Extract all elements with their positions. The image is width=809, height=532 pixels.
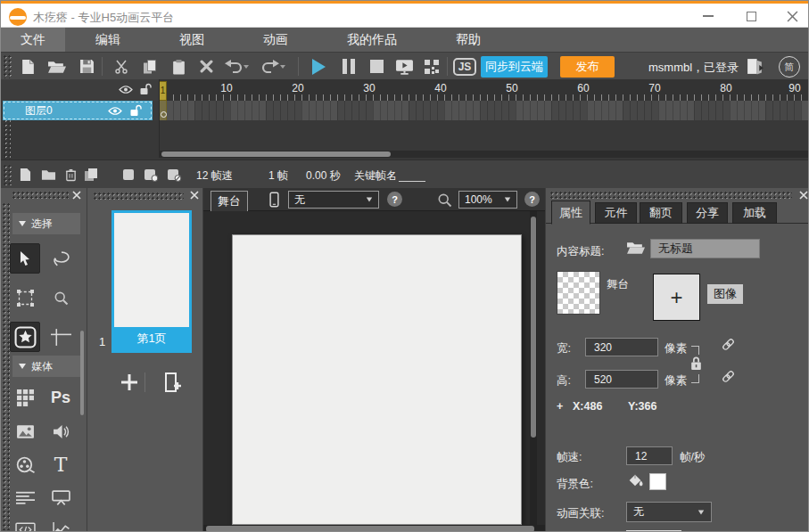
eye-icon[interactable]	[119, 85, 133, 97]
timeline-frames-strip[interactable]	[159, 101, 809, 120]
layer-row-selected[interactable]: 图层0	[3, 101, 153, 120]
stage-hscrollbar[interactable]	[203, 525, 546, 532]
menu-animation[interactable]: 动画	[244, 28, 308, 52]
menu-file[interactable]: 文件	[1, 28, 65, 52]
section-media[interactable]: 媒体	[12, 356, 80, 377]
copy-button[interactable]	[137, 55, 162, 78]
tool-lasso[interactable]	[45, 243, 76, 274]
stop-button[interactable]	[364, 55, 389, 78]
layer-folder-button[interactable]	[38, 166, 58, 184]
paste-button[interactable]	[166, 55, 191, 78]
pages-panel-grip[interactable]	[93, 192, 184, 200]
tab-pageflip[interactable]: 翻页	[640, 202, 682, 224]
tool-guides[interactable]	[45, 322, 76, 352]
tool-video[interactable]	[10, 449, 40, 479]
toolbar-grip[interactable]	[3, 54, 12, 78]
help-icon[interactable]: ?	[524, 192, 540, 207]
menu-help[interactable]: 帮助	[436, 28, 500, 52]
publish-button[interactable]: 发布	[560, 56, 615, 78]
tool-zoom[interactable]	[45, 282, 76, 313]
duplicate-page-button[interactable]	[159, 369, 186, 396]
device-preset-dropdown[interactable]: 无	[288, 191, 379, 209]
tab-loading[interactable]: 加载	[732, 202, 777, 224]
keyframe-add-button[interactable]	[141, 166, 161, 184]
content-title-input[interactable]	[650, 239, 760, 258]
tool-audio[interactable]	[45, 416, 76, 446]
folder-icon[interactable]	[626, 241, 645, 258]
stage-vscrollbar-thumb[interactable]	[531, 217, 536, 438]
menu-my-works[interactable]: 我的作品	[327, 28, 417, 52]
redo-button[interactable]	[258, 55, 283, 78]
image-chip-label[interactable]: 图像	[707, 284, 743, 304]
new-layer-button[interactable]	[15, 166, 35, 184]
tools-scrollbar-thumb[interactable]	[80, 331, 84, 415]
keyframe-name-input[interactable]	[399, 168, 425, 182]
bottom-bar-grip[interactable]	[3, 164, 12, 185]
lock-open-icon[interactable]	[129, 104, 143, 119]
paint-bucket-icon[interactable]	[626, 472, 644, 491]
preview-button[interactable]	[392, 55, 417, 78]
keyframe-marker[interactable]	[161, 111, 167, 118]
delete-layer-button[interactable]	[61, 166, 80, 184]
anim-link-dropdown[interactable]: 无	[626, 502, 712, 522]
tool-paragraph[interactable]	[10, 482, 40, 512]
help-icon[interactable]: ?	[387, 192, 402, 207]
maximize-button[interactable]	[743, 9, 759, 23]
link-icon[interactable]	[721, 369, 736, 387]
pages-panel-close-button[interactable]	[189, 190, 200, 201]
menu-edit[interactable]: 编辑	[76, 28, 140, 52]
properties-panel-close-button[interactable]	[798, 190, 809, 201]
js-button[interactable]: JS	[452, 55, 477, 78]
play-button[interactable]	[306, 55, 331, 78]
tool-text[interactable]: T	[45, 449, 76, 479]
delete-button[interactable]	[194, 55, 219, 78]
keyframe-clear-button[interactable]	[164, 166, 184, 184]
tool-code[interactable]	[10, 514, 40, 532]
stage-tab[interactable]: 舞台	[211, 191, 248, 211]
tool-symbol[interactable]	[10, 322, 40, 352]
add-page-button[interactable]	[116, 369, 143, 396]
duplicate-layer-button[interactable]	[81, 166, 101, 184]
close-button[interactable]	[784, 9, 800, 23]
minimize-button[interactable]	[700, 9, 716, 23]
pause-button[interactable]	[336, 55, 361, 78]
keyframe-button[interactable]	[119, 166, 138, 184]
qr-code-button[interactable]	[419, 55, 444, 78]
new-file-button[interactable]	[15, 55, 40, 78]
stage-hscrollbar-thumb[interactable]	[206, 526, 534, 532]
redo-dropdown-arrow[interactable]	[280, 65, 285, 69]
tools-panel-close-button[interactable]	[71, 190, 82, 201]
tool-photoshop[interactable]: Ps	[45, 382, 76, 413]
save-button[interactable]	[74, 55, 99, 78]
tool-library[interactable]	[10, 382, 40, 413]
undo-button[interactable]	[221, 55, 246, 78]
layer-row[interactable]: 图层0	[1, 101, 159, 120]
link-icon[interactable]	[721, 337, 736, 355]
zoom-level-dropdown[interactable]: 100%	[458, 191, 517, 209]
playhead-marker[interactable]: 1	[159, 81, 167, 101]
sync-to-cloud-button[interactable]: 同步到云端	[481, 56, 548, 78]
tool-chart[interactable]	[45, 514, 76, 532]
tool-transform[interactable]	[10, 282, 40, 313]
open-button[interactable]	[44, 55, 69, 78]
menu-view[interactable]: 视图	[160, 28, 224, 52]
bg-color-swatch[interactable]	[649, 473, 666, 490]
timeline-hscrollbar[interactable]	[159, 151, 809, 158]
tools-panel-grip-top[interactable]	[12, 191, 69, 199]
properties-panel-grip[interactable]	[549, 191, 792, 199]
tab-share[interactable]: 分享	[687, 202, 728, 224]
tool-image[interactable]	[10, 416, 40, 446]
logout-button[interactable]	[742, 55, 767, 78]
language-toggle-button[interactable]: 简	[779, 56, 800, 78]
tab-symbols[interactable]: 元件	[595, 202, 637, 224]
undo-dropdown-arrow[interactable]	[244, 65, 249, 69]
page-label[interactable]: 第1页	[114, 327, 189, 350]
height-input[interactable]	[585, 370, 658, 389]
lock-open-icon[interactable]	[139, 83, 153, 98]
tool-presentation[interactable]	[45, 482, 76, 512]
cut-button[interactable]	[109, 55, 134, 78]
stage-bg-swatch[interactable]	[557, 271, 600, 315]
lock-icon[interactable]	[689, 356, 703, 373]
add-stage-image-button[interactable]: +	[653, 274, 700, 321]
page-thumbnail[interactable]: 第1页	[111, 210, 192, 353]
